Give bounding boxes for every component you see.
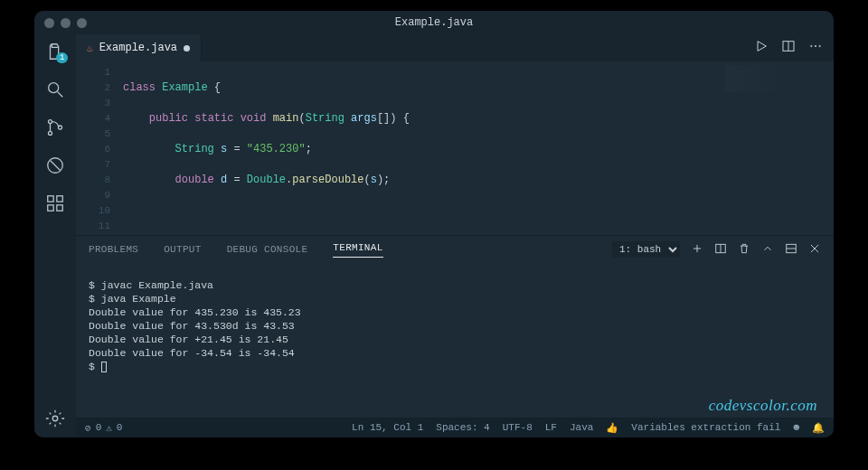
error-icon: ⊘ bbox=[85, 422, 91, 434]
split-editor-icon[interactable] bbox=[781, 39, 796, 57]
status-indent[interactable]: Spaces: 4 bbox=[436, 422, 489, 433]
settings-gear-icon[interactable] bbox=[45, 409, 65, 428]
run-icon[interactable] bbox=[754, 39, 769, 57]
extensions-icon[interactable] bbox=[45, 193, 65, 213]
status-message[interactable]: Variables extraction fail bbox=[631, 422, 780, 433]
tab-debug-console[interactable]: DEBUG CONSOLE bbox=[227, 244, 308, 255]
watermark-text: codevscolor.com bbox=[709, 399, 817, 412]
explorer-icon[interactable]: 1 bbox=[45, 42, 65, 61]
editor-window: Example.java 1 ♨ Example.java bbox=[34, 11, 834, 437]
svg-point-1 bbox=[48, 120, 52, 124]
bottom-panel: PROBLEMS OUTPUT DEBUG CONSOLE TERMINAL 1… bbox=[76, 235, 834, 418]
svg-rect-8 bbox=[57, 205, 62, 211]
status-errors[interactable]: ⊘0 ⚠0 bbox=[85, 422, 122, 434]
warning-icon: ⚠ bbox=[106, 422, 112, 434]
tab-terminal[interactable]: TERMINAL bbox=[333, 242, 382, 258]
search-icon[interactable] bbox=[45, 80, 65, 99]
split-terminal-icon[interactable] bbox=[714, 242, 727, 258]
status-bar: ⊘0 ⚠0 Ln 15, Col 1 Spaces: 4 UTF-8 LF Ja… bbox=[76, 418, 834, 437]
svg-point-11 bbox=[811, 45, 812, 46]
bell-icon[interactable]: 🔔 bbox=[812, 422, 825, 434]
feedback-icon[interactable]: ☻ bbox=[793, 422, 799, 433]
svg-point-2 bbox=[48, 131, 52, 135]
tab-filename: Example.java bbox=[99, 42, 177, 54]
svg-rect-5 bbox=[48, 196, 53, 202]
tab-example-java[interactable]: ♨ Example.java bbox=[76, 34, 202, 61]
svg-rect-6 bbox=[57, 196, 62, 202]
modified-indicator-icon bbox=[184, 45, 190, 52]
status-cursor-pos[interactable]: Ln 15, Col 1 bbox=[352, 422, 423, 433]
new-terminal-icon[interactable] bbox=[691, 242, 703, 258]
panel-up-icon[interactable] bbox=[761, 242, 774, 258]
svg-point-13 bbox=[819, 45, 820, 46]
titlebar: Example.java bbox=[34, 11, 834, 34]
code-content: class Example { public static void main(… bbox=[123, 61, 834, 235]
close-panel-icon[interactable] bbox=[808, 242, 821, 258]
editor-actions bbox=[754, 39, 834, 57]
svg-point-12 bbox=[815, 45, 816, 46]
terminal-selector[interactable]: 1: bash bbox=[612, 241, 680, 258]
source-control-icon[interactable] bbox=[45, 118, 65, 137]
window-title: Example.java bbox=[34, 16, 834, 29]
line-gutter: 123456789101112 bbox=[76, 61, 123, 235]
status-language[interactable]: Java bbox=[570, 422, 593, 433]
tab-output[interactable]: OUTPUT bbox=[164, 244, 201, 255]
tab-problems[interactable]: PROBLEMS bbox=[89, 244, 138, 255]
code-editor[interactable]: 123456789101112 class Example { public s… bbox=[76, 61, 834, 235]
thumbs-up-icon[interactable]: 👍 bbox=[606, 422, 618, 434]
status-eol[interactable]: LF bbox=[545, 422, 557, 433]
explorer-badge: 1 bbox=[56, 52, 68, 63]
svg-point-0 bbox=[49, 83, 59, 93]
svg-rect-7 bbox=[48, 205, 53, 211]
java-file-icon: ♨ bbox=[87, 42, 93, 54]
activity-bar: 1 bbox=[34, 34, 76, 437]
terminal-output[interactable]: $ javac Example.java$ java ExampleDouble… bbox=[76, 263, 834, 418]
kill-terminal-icon[interactable] bbox=[738, 242, 750, 258]
svg-point-9 bbox=[52, 416, 58, 421]
more-actions-icon[interactable] bbox=[808, 39, 823, 57]
maximize-panel-icon[interactable] bbox=[785, 242, 797, 258]
panel-tab-bar: PROBLEMS OUTPUT DEBUG CONSOLE TERMINAL 1… bbox=[76, 236, 834, 263]
terminal-cursor-icon bbox=[101, 362, 107, 372]
tab-bar: ♨ Example.java bbox=[76, 34, 834, 61]
status-encoding[interactable]: UTF-8 bbox=[503, 422, 533, 433]
debug-icon[interactable] bbox=[45, 155, 65, 175]
